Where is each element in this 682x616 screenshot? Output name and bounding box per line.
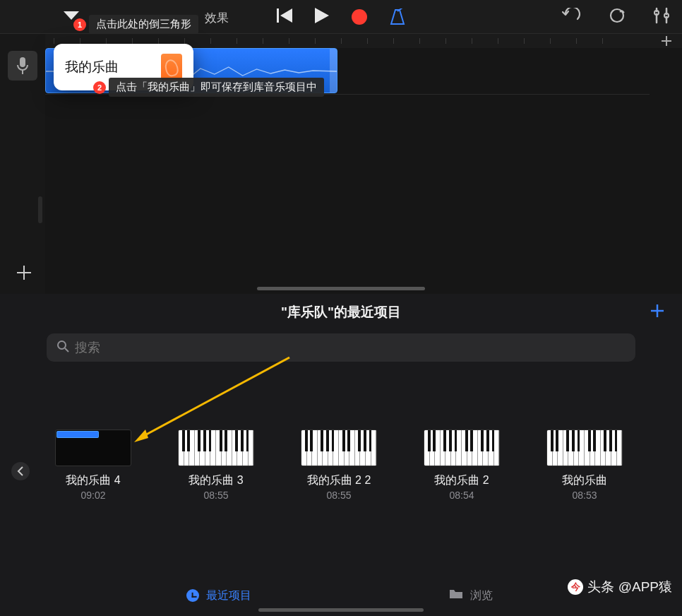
project-time: 08:55 [301,490,377,501]
svg-marker-2 [280,8,292,23]
project-thumb [55,430,131,466]
metronome-icon[interactable] [390,8,405,25]
project-time: 09:02 [55,490,131,501]
search-input[interactable] [75,340,626,355]
clock-icon [186,589,199,602]
project-thumb [546,430,623,466]
my-songs-label: 我的乐曲 [65,58,119,76]
folder-icon [449,588,463,603]
svg-rect-11 [20,57,25,67]
project-thumb [301,430,377,466]
project-item[interactable]: 我的乐曲 2 2 08:55 [301,430,377,501]
project-item[interactable]: 我的乐曲 4 09:02 [55,430,131,501]
search-icon [56,340,69,355]
project-name: 我的乐曲 2 2 [301,473,377,488]
project-thumb [424,430,500,466]
recent-projects-pane: "库乐队"的最近项目 我的乐曲 4 09:02 我的乐曲 3 [0,294,682,616]
svg-marker-4 [391,10,404,24]
project-time: 08:55 [178,490,254,501]
page-title: "库乐队"的最近项目 [281,303,401,321]
project-time: 08:53 [546,490,623,501]
watermark: 今 头条 @APP猿 [568,578,672,596]
settings-button[interactable] [654,7,669,27]
add-track-button[interactable] [16,264,32,284]
rewind-button[interactable] [277,8,292,25]
transport-controls [277,8,405,26]
svg-marker-3 [315,8,329,23]
home-indicator [257,287,425,290]
svg-line-19 [140,357,289,438]
track-resize-handle[interactable] [38,196,42,223]
tab-browse[interactable]: 浏览 [449,588,493,603]
project-name: 我的乐曲 2 [424,473,500,488]
annotation-arrow [131,356,294,448]
svg-marker-20 [134,430,148,442]
track-sidebar [0,34,45,294]
svg-line-18 [65,348,68,352]
project-time: 08:54 [424,490,500,501]
garageband-icon [161,54,182,81]
recent-header: "库乐队"的最近项目 [0,294,682,331]
editor-pane: 效果 [0,0,682,294]
svg-point-7 [654,11,659,15]
back-button[interactable] [11,462,30,480]
annotation-2: 2 点击「我的乐曲」即可保存到库音乐项目中 [93,78,324,97]
add-section-button[interactable] [661,35,672,49]
project-name: 我的乐曲 3 [178,473,254,488]
new-project-button[interactable] [650,303,665,321]
loop-button[interactable] [609,7,626,27]
play-button[interactable] [315,8,329,26]
mic-track-icon[interactable] [8,51,37,81]
project-name: 我的乐曲 [546,473,623,488]
home-indicator [258,608,424,612]
project-item[interactable]: 我的乐曲 2 08:54 [424,430,500,501]
tab-recent[interactable]: 最近项目 [186,588,251,603]
annotation-1: 1 点击此处的倒三角形 [73,15,198,34]
project-item[interactable]: 我的乐曲 08:53 [546,430,623,501]
toutiao-logo-icon: 今 [568,579,583,595]
effects-button[interactable]: 效果 [205,10,229,26]
region-end-handle[interactable] [330,49,337,93]
svg-point-17 [58,341,66,349]
record-button[interactable] [352,9,367,25]
svg-point-8 [664,13,669,18]
project-name: 我的乐曲 4 [55,473,131,488]
svg-rect-1 [277,8,279,23]
undo-button[interactable] [562,8,580,26]
